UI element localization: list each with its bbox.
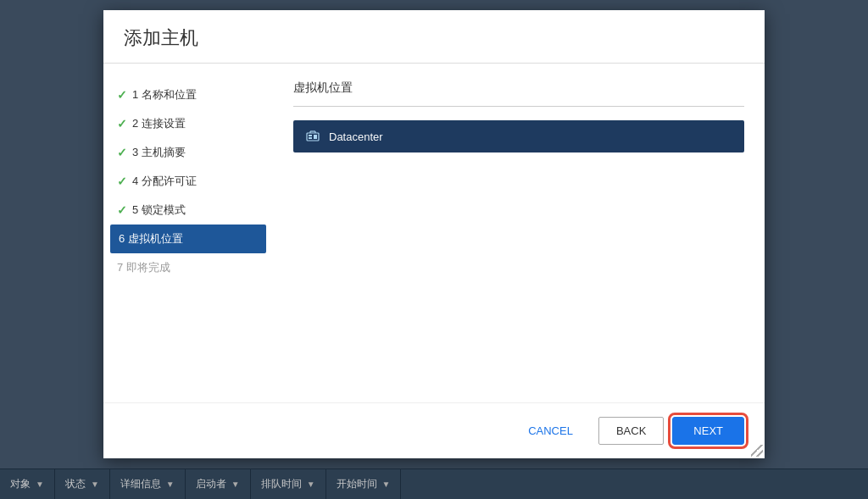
bottom-col-status-label: 状态	[65, 477, 86, 491]
step-6[interactable]: 6 虚拟机位置	[110, 225, 266, 253]
section-title: 虚拟机位置	[293, 80, 744, 96]
svg-rect-2	[309, 137, 312, 139]
bottom-col-initiator-label: 启动者	[196, 477, 226, 491]
bottom-col-details-label: 详细信息	[120, 477, 161, 491]
step-4: ✓ 4 分配许可证	[103, 167, 273, 196]
step-5-label: 5 锁定模式	[132, 202, 186, 218]
datacenter-icon	[305, 129, 320, 144]
step-3: ✓ 3 主机摘要	[103, 138, 273, 167]
bottom-col-queue-label: 排队时间	[261, 477, 302, 491]
step-7: 7 即将完成	[103, 253, 273, 282]
bottom-bar-col-initiator: 启动者 ▼	[186, 469, 251, 499]
modal-dialog: 添加主机 ✓ 1 名称和位置 ✓ 2 连接设置 ✓ 3 主机摘要	[103, 10, 765, 458]
bottom-bar-col-start-time: 开始时间 ▼	[326, 469, 402, 499]
datacenter-row[interactable]: Datacenter	[293, 120, 744, 152]
step-4-label: 4 分配许可证	[132, 174, 197, 189]
section-divider	[293, 106, 744, 107]
bottom-col-object-label: 对象	[10, 477, 31, 491]
check-icon-2: ✓	[117, 117, 127, 130]
svg-rect-1	[309, 135, 312, 136]
step-2: ✓ 2 连接设置	[103, 109, 273, 138]
bottom-bar: 对象 ▼ 状态 ▼ 详细信息 ▼ 启动者 ▼ 排队时间 ▼ 开始时间 ▼	[0, 469, 868, 499]
step-1: ✓ 1 名称和位置	[103, 80, 273, 109]
back-button[interactable]: BACK	[598, 417, 664, 445]
check-icon-1: ✓	[117, 88, 127, 102]
modal-title: 添加主机	[124, 25, 744, 51]
next-button[interactable]: NEXT	[672, 417, 744, 445]
bottom-bar-col-queue-time: 排队时间 ▼	[251, 469, 326, 499]
content-area: 虚拟机位置 Data	[273, 64, 765, 402]
bottom-bar-col-object: 对象 ▼	[0, 469, 55, 499]
resize-handle[interactable]	[751, 445, 763, 457]
cancel-button[interactable]: CANCEL	[511, 418, 590, 444]
bottom-col-start-label: 开始时间	[337, 477, 377, 491]
check-icon-5: ✓	[117, 203, 127, 217]
sort-icon-status[interactable]: ▼	[91, 480, 99, 489]
bottom-bar-col-status: 状态 ▼	[55, 469, 110, 499]
check-icon-4: ✓	[117, 175, 127, 188]
modal-footer: CANCEL BACK NEXT	[103, 402, 765, 458]
sort-icon-object[interactable]: ▼	[36, 480, 44, 489]
sort-icon-queue[interactable]: ▼	[307, 480, 315, 489]
step-1-label: 1 名称和位置	[132, 87, 197, 103]
step-6-label: 6 虚拟机位置	[119, 231, 183, 247]
svg-rect-3	[314, 135, 317, 139]
step-5: ✓ 5 锁定模式	[103, 196, 273, 225]
steps-sidebar: ✓ 1 名称和位置 ✓ 2 连接设置 ✓ 3 主机摘要 ✓ 4 分配许可证 ✓	[103, 64, 273, 402]
bottom-bar-col-details: 详细信息 ▼	[110, 469, 186, 499]
sort-icon-start[interactable]: ▼	[382, 480, 391, 489]
modal-body: ✓ 1 名称和位置 ✓ 2 连接设置 ✓ 3 主机摘要 ✓ 4 分配许可证 ✓	[103, 64, 765, 402]
modal-backdrop: 添加主机 ✓ 1 名称和位置 ✓ 2 连接设置 ✓ 3 主机摘要	[0, 0, 868, 469]
step-2-label: 2 连接设置	[132, 116, 186, 131]
step-7-label: 7 即将完成	[117, 260, 170, 275]
check-icon-3: ✓	[117, 146, 127, 159]
datacenter-label: Datacenter	[329, 130, 383, 143]
sort-icon-initiator[interactable]: ▼	[231, 480, 240, 489]
modal-header: 添加主机	[103, 10, 765, 64]
step-3-label: 3 主机摘要	[132, 145, 186, 160]
sort-icon-details[interactable]: ▼	[166, 480, 175, 489]
